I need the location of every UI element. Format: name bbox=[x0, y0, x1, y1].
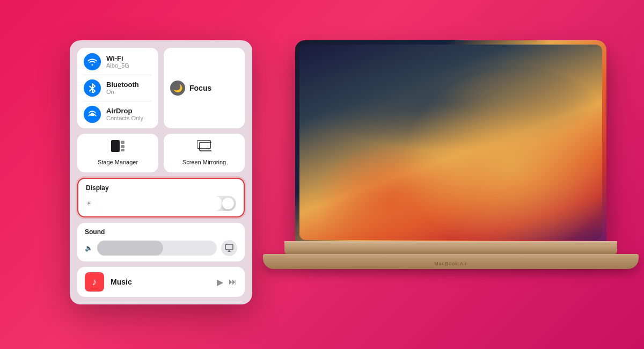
top-grid: Wi-Fi Aibo_5G Bluetooth On bbox=[77, 48, 245, 128]
airdrop-label: AirDrop bbox=[106, 107, 143, 115]
screen-mirroring-icon bbox=[197, 140, 211, 155]
svg-rect-4 bbox=[121, 149, 125, 151]
stage-manager-label: Stage Manager bbox=[98, 158, 138, 166]
airdrop-text: AirDrop Contacts Only bbox=[106, 107, 143, 122]
wifi-item[interactable]: Wi-Fi Aibo_5G bbox=[84, 53, 152, 70]
wifi-sublabel: Aibo_5G bbox=[106, 62, 129, 69]
brightness-icon: ☀ bbox=[86, 200, 92, 207]
volume-icon: 🔈 bbox=[85, 244, 93, 252]
sound-label: Sound bbox=[85, 228, 237, 236]
macbook-screen-inner bbox=[299, 45, 602, 240]
music-section[interactable]: ♪ Music ▶ ⏭ bbox=[77, 267, 245, 297]
stage-manager-icon bbox=[111, 140, 125, 155]
svg-rect-6 bbox=[200, 142, 211, 151]
sound-slider-row: 🔈 bbox=[85, 240, 237, 256]
bluetooth-item[interactable]: Bluetooth On bbox=[84, 75, 152, 97]
brightness-slider[interactable] bbox=[96, 196, 236, 211]
connectivity-group: Wi-Fi Aibo_5G Bluetooth On bbox=[77, 48, 158, 128]
airdrop-icon bbox=[84, 106, 101, 123]
bluetooth-sublabel: On bbox=[106, 89, 139, 96]
svg-rect-1 bbox=[111, 140, 120, 152]
wifi-icon bbox=[84, 53, 101, 70]
skip-button[interactable]: ⏭ bbox=[229, 277, 237, 287]
display-label: Display bbox=[86, 184, 236, 192]
display-slider-row: ☀ bbox=[86, 196, 236, 211]
music-app-icon: ♪ bbox=[85, 272, 104, 292]
svg-rect-3 bbox=[121, 145, 125, 148]
airplay-audio-button[interactable] bbox=[221, 240, 237, 256]
airdrop-sublabel: Contacts Only bbox=[106, 115, 143, 122]
airdrop-item[interactable]: AirDrop Contacts Only bbox=[84, 101, 152, 123]
play-button[interactable]: ▶ bbox=[217, 277, 223, 287]
focus-label: Focus bbox=[189, 84, 211, 92]
action-grid: Stage Manager Screen Mirroring bbox=[77, 134, 245, 172]
macbook-screen bbox=[295, 40, 606, 244]
sound-slider-fill bbox=[97, 241, 163, 256]
macbook-wallpaper bbox=[299, 45, 602, 240]
music-label: Music bbox=[111, 278, 210, 286]
stage-manager-button[interactable]: Stage Manager bbox=[77, 134, 158, 172]
control-center-panel: Wi-Fi Aibo_5G Bluetooth On bbox=[70, 40, 252, 304]
bluetooth-text: Bluetooth On bbox=[106, 81, 139, 96]
volume-slider[interactable] bbox=[97, 241, 217, 256]
bluetooth-icon bbox=[84, 79, 101, 97]
slider-fill bbox=[96, 196, 222, 211]
sound-section: Sound 🔈 bbox=[77, 223, 245, 261]
slider-thumb bbox=[222, 198, 234, 209]
svg-rect-7 bbox=[225, 244, 233, 250]
screen-mirroring-button[interactable]: Screen Mirroring bbox=[164, 134, 245, 172]
wifi-text: Wi-Fi Aibo_5G bbox=[106, 54, 129, 70]
bluetooth-label: Bluetooth bbox=[106, 81, 139, 89]
focus-button[interactable]: 🌙 Focus bbox=[164, 48, 245, 128]
screen-mirroring-label: Screen Mirroring bbox=[182, 158, 226, 166]
display-section[interactable]: Display ☀ bbox=[77, 178, 245, 217]
macbook-base bbox=[284, 243, 617, 255]
macbook-illustration: MacBook Air bbox=[263, 40, 628, 309]
macbook-model-text: MacBook Air bbox=[434, 261, 467, 266]
music-controls: ▶ ⏭ bbox=[217, 277, 237, 287]
moon-icon: 🌙 bbox=[170, 81, 185, 96]
macbook-bottom: MacBook Air bbox=[263, 254, 639, 269]
svg-rect-2 bbox=[121, 141, 125, 144]
wifi-label: Wi-Fi bbox=[106, 54, 129, 63]
